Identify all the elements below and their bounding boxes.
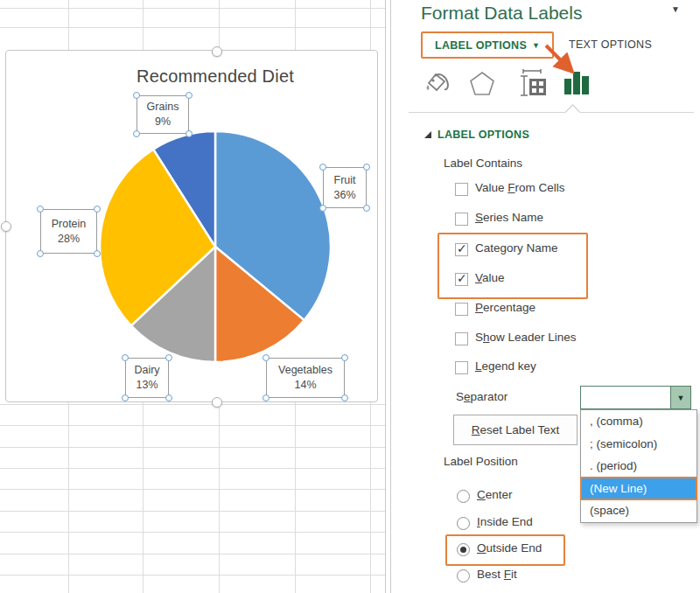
reset-label-text-button[interactable]: Reset Label Text [453,415,578,445]
combobox-dropdown-button[interactable]: ▼ [670,387,690,408]
data-label-value: 14% [294,378,316,393]
checkbox-category-name[interactable] [455,243,468,256]
chart-resize-handle-top[interactable] [212,46,222,57]
checkbox-percentage[interactable] [455,303,468,316]
data-label-text: Dairy [134,363,159,378]
separator-label: Separator [456,390,508,403]
separator-combobox[interactable]: ▼ [580,386,691,409]
checkbox-series-name[interactable] [455,213,468,226]
dropdown-item-space[interactable]: (space) [581,499,696,522]
checkbox-label-show-leader-lines[interactable]: Show Leader Lines [475,331,577,344]
data-label-value: 9% [155,115,171,129]
selection-handle[interactable] [133,130,140,137]
checkbox-label-value[interactable]: Value [475,271,505,284]
gridline [0,8,385,9]
gridline [0,511,385,512]
checkbox-label-value-from-cells[interactable]: Value From Cells [475,181,565,194]
gridline [0,425,385,426]
data-label-value: 13% [136,378,158,393]
pie-chart [97,129,333,365]
radio-center[interactable] [457,490,470,503]
selection-handle[interactable] [186,130,192,137]
gridline [0,575,385,576]
selection-handle[interactable] [262,354,270,361]
checkbox-label-legend-key[interactable]: Legend key [475,359,536,373]
selection-handle[interactable] [341,394,348,401]
selection-handle[interactable] [122,394,129,401]
radio-label-best-fit[interactable]: Best Fit [477,568,517,581]
checkbox-label-percentage[interactable]: Percentage [475,301,536,314]
collapse-triangle-icon [424,131,431,138]
checkbox-value[interactable] [455,273,468,286]
data-label-dairy[interactable]: Dairy 13% [125,358,169,398]
selection-handle[interactable] [262,394,270,401]
data-label-value: 36% [333,188,355,203]
divider [409,112,694,113]
radio-best-fit[interactable] [457,569,470,583]
dropdown-item-period[interactable]: . (period) [581,455,696,478]
chart-resize-handle-bottom[interactable] [212,397,222,408]
dropdown-item-new-line[interactable]: (New Line) [581,478,696,500]
selection-handle[interactable] [363,164,370,171]
gridline [0,447,385,448]
data-label-grains[interactable]: Grains 9% [136,95,189,134]
checkbox-show-leader-lines[interactable] [455,332,468,345]
selection-handle[interactable] [363,205,370,212]
annotation-arrow [536,38,597,84]
selection-handle[interactable] [165,354,172,361]
selection-handle[interactable] [341,354,348,361]
pane-menu-arrow-icon[interactable]: ▼ [671,4,680,14]
gridline [0,532,385,533]
data-label-value: 28% [58,232,80,247]
selection-handle[interactable] [37,250,44,257]
selection-handle[interactable] [133,92,140,99]
label-position-header: Label Position [444,455,518,468]
section-header-text: LABEL OPTIONS [438,129,529,141]
gridline [0,489,385,490]
selection-handle[interactable] [94,206,101,213]
checkbox-legend-key[interactable] [455,361,468,374]
selection-handle[interactable] [186,92,192,99]
tab-label-options[interactable]: LABEL OPTIONS ▼ [421,31,554,59]
selection-handle[interactable] [37,206,44,213]
selection-handle[interactable] [165,394,172,401]
data-label-vegetables[interactable]: Vegetables 14% [266,358,345,398]
data-label-fruit[interactable]: Fruit 36% [323,167,367,208]
pane-title: Format Data Labels [421,3,582,24]
selection-handle[interactable] [319,164,326,171]
effects-pentagon-icon[interactable] [467,69,497,98]
checkbox-label-series-name[interactable]: Series Name [475,211,543,224]
data-label-protein[interactable]: Protein 28% [40,209,97,254]
format-data-labels-pane: Format Data Labels ▼ LABEL OPTIONS ▼ TEX… [391,0,700,593]
data-label-text: Protein [52,217,87,232]
data-label-text: Vegetables [278,363,332,378]
chart-title[interactable]: Recommended Diet [136,66,294,87]
dropdown-item-semicolon[interactable]: ; (semicolon) [581,433,696,456]
checkbox-label-category-name[interactable]: Category Name [475,241,558,255]
selected-tab-caret [564,104,580,120]
selection-handle[interactable] [122,354,129,361]
data-label-text: Grains [147,100,179,115]
radio-label-inside-end[interactable]: Inside End [477,515,533,528]
chart-object[interactable]: Recommended Diet Grains 9% Fruit 36% Pro… [5,50,378,402]
selection-handle[interactable] [319,205,326,212]
selection-handle[interactable] [94,250,101,257]
label-contains-header: Label Contains [444,157,522,170]
data-label-text: Fruit [334,173,356,188]
worksheet-right-boundary [385,0,386,593]
chevron-down-icon: ▼ [677,394,685,402]
fill-line-icon[interactable] [421,70,452,98]
radio-outside-end[interactable] [457,543,470,556]
radio-inside-end[interactable] [457,517,470,530]
checkbox-value-from-cells[interactable] [455,183,468,196]
gridline [0,554,385,555]
gridline [0,468,385,469]
dropdown-item-comma[interactable]: , (comma) [581,410,696,433]
section-label-options[interactable]: LABEL OPTIONS [424,129,529,141]
gridline [0,404,385,405]
chart-resize-handle-left[interactable] [1,221,11,232]
gridline [0,27,385,28]
radio-label-outside-end[interactable]: Outside End [477,541,542,555]
separator-dropdown-list: , (comma) ; (semicolon) . (period) (New … [580,409,697,523]
radio-label-center[interactable]: Center [477,488,513,501]
